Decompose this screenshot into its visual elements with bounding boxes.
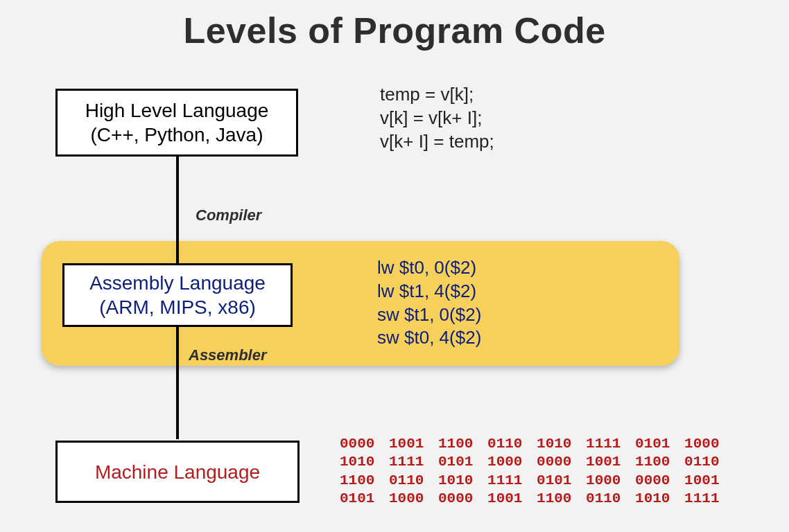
machine-label-line1: Machine Language [95,460,260,484]
machine-language-box: Machine Language [55,441,300,503]
hll-label-line2: (C++, Python, Java) [90,123,263,147]
assembly-language-box: Assembly Language (ARM, MIPS, x86) [62,263,293,327]
high-level-language-box: High Level Language (C++, Python, Java) [55,89,298,157]
diagram-stage: Levels of Program Code High Level Langua… [0,0,789,532]
high-level-code-snippet: temp = v[k]; v[k] = v[k+ I]; v[k+ I] = t… [380,83,494,153]
compiler-transition-label: Compiler [196,206,261,224]
assembly-label-line2: (ARM, MIPS, x86) [99,295,256,319]
machine-code-snippet: 0000 1001 1100 0110 1010 1111 0101 1000 … [340,435,719,508]
page-title: Levels of Program Code [0,10,789,51]
assembly-label-line1: Assembly Language [89,271,266,295]
assembler-transition-label: Assembler [189,346,267,364]
assembly-code-snippet: lw $t0, 0($2) lw $t1, 4($2) sw $t1, 0($2… [377,256,481,350]
hll-label-line1: High Level Language [85,98,269,123]
